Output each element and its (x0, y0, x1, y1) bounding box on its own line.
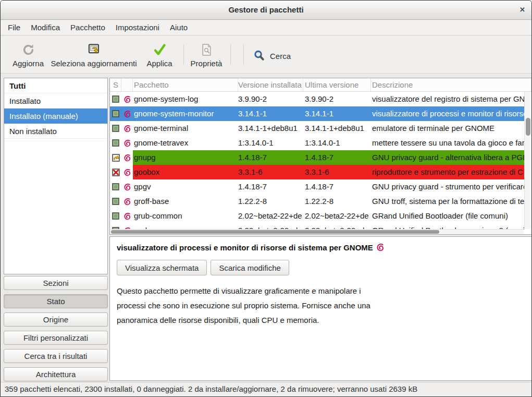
package-name: gnupg (133, 150, 238, 165)
details-description: Questo pacchetto permette di visualizzar… (117, 284, 531, 328)
installed-version: 3.14.1-1+deb8u1 (238, 121, 303, 136)
status-text: 359 pacchetti elencati, 2300 installati,… (1, 382, 531, 396)
package-name: gnome-tetravex (133, 136, 238, 150)
search-icon (253, 50, 265, 62)
status-installed-icon (110, 194, 121, 209)
column-header-latest-version[interactable]: Ultima versione (303, 78, 371, 91)
menu-pacchetto[interactable]: Pacchetto (65, 20, 110, 35)
table-row-gnome-system-monitor[interactable]: gnome-system-monitor3.14.1-13.14.1-1visu… (110, 106, 524, 121)
horizontal-scrollbar-thumb[interactable] (111, 230, 439, 234)
status-installed-icon (110, 92, 121, 106)
status-installed-icon (110, 136, 121, 150)
debian-swirl-icon (121, 194, 133, 209)
column-header-package[interactable]: Pacchetto (133, 78, 238, 91)
debian-swirl-icon (121, 150, 133, 165)
package-description: GNU troff, sistema per la formattazione … (371, 194, 524, 209)
table-vertical-scrollbar[interactable] (524, 92, 531, 229)
download-changelog-button[interactable]: Scarica modifiche (211, 260, 289, 275)
table-row-goobox[interactable]: goobox3.3.1-63.3.1-6riproduttore e strum… (110, 165, 524, 179)
package-description: GNU privacy guard - strumento per verifi… (371, 179, 524, 194)
mark-all-upgrades-button[interactable]: Seleziona aggiornamenti (51, 41, 137, 68)
menu-file[interactable]: File (3, 20, 26, 35)
table-row-gnome-tetravex[interactable]: gnome-tetravex1:3.14.0-11:3.14.0-1metter… (110, 136, 524, 150)
installed-version: 1.4.18-7 (238, 150, 303, 165)
details-pane: visualizzatore di processi e monitor di … (109, 236, 532, 381)
package-description: GNU privacy guard - alternativa libera a… (371, 150, 524, 165)
select-upgrades-icon (51, 41, 137, 58)
menu-modifica[interactable]: Modifica (26, 20, 65, 35)
debian-swirl-icon (121, 121, 133, 136)
apply-button[interactable]: Applica (139, 41, 180, 68)
main-content: TuttiInstallatoInstallato (manuale)Non i… (1, 74, 531, 383)
status-reinstall-icon (110, 150, 121, 165)
table-row-groff-base[interactable]: groff-base1.22.2-81.22.2-8GNU troff, sis… (110, 194, 524, 209)
table-row-gnupg[interactable]: gnupg1.4.18-71.4.18-7GNU privacy guard -… (110, 150, 524, 165)
filter-item-installato[interactable]: Installato (4, 93, 107, 109)
column-header-swirl[interactable] (121, 78, 133, 91)
latest-version: 1.4.18-7 (303, 150, 371, 165)
status-installed-icon (110, 106, 121, 121)
debian-swirl-icon (121, 106, 133, 121)
filter-list: TuttiInstallatoInstallato (manuale)Non i… (4, 78, 108, 274)
toolbar-separator (183, 44, 184, 65)
package-description: visualizzatore di processi e monitor di … (371, 106, 524, 121)
debian-swirl-icon (121, 209, 133, 223)
installed-version: 2.02~beta2-22+de (238, 209, 303, 223)
package-name: goobox (133, 165, 238, 179)
latest-version: 2.02~beta2-22+de (303, 209, 371, 223)
filter-item-installato-manuale[interactable]: Installato (manuale) (4, 109, 107, 124)
sidebar-button-filtri-personalizzati[interactable]: Filtri personalizzati (4, 331, 108, 345)
menu-impostazioni[interactable]: Impostazioni (110, 20, 165, 35)
installed-version: 3.14.1-1 (238, 106, 303, 121)
sidebar-button-origine[interactable]: Origine (4, 312, 108, 327)
sidebar-button-sezioni[interactable]: Sezioni (4, 276, 108, 290)
table-row-gpgv[interactable]: gpgv1.4.18-71.4.18-7GNU privacy guard - … (110, 179, 524, 194)
package-table: SPacchettoVersione installataUltima vers… (109, 78, 532, 235)
close-icon[interactable]: ✕ (519, 1, 525, 19)
toolbar-separator (243, 44, 244, 65)
latest-version: 1.22.2-8 (303, 194, 371, 209)
column-header-installed-version[interactable]: Versione installata (238, 78, 303, 91)
menu-aiuto[interactable]: Aiuto (165, 20, 193, 35)
debian-swirl-icon (121, 179, 133, 194)
vertical-scrollbar-thumb[interactable] (526, 118, 530, 136)
installed-version: 1.4.18-7 (238, 179, 303, 194)
filter-item-tutti[interactable]: Tutti (4, 78, 107, 93)
package-name: groff-base (133, 194, 238, 209)
status-installed-icon (110, 209, 121, 223)
package-name: gnome-system-log (133, 92, 238, 106)
table-row-gnome-system-log[interactable]: gnome-system-log3.9.90-23.9.90-2visualiz… (110, 92, 524, 106)
view-screenshot-button[interactable]: Visualizza schermata (117, 260, 207, 275)
column-header-status[interactable]: S (110, 78, 121, 91)
toolbar-label: Seleziona aggiornamenti (51, 59, 137, 68)
column-header-description[interactable]: Descrizione (371, 78, 531, 91)
search-button[interactable]: Cerca (249, 47, 295, 63)
package-name: gpgv (133, 179, 238, 194)
latest-version: 3.14.1-1+deb8u1 (303, 121, 371, 136)
refresh-icon (6, 41, 51, 58)
refresh-button[interactable]: Aggiorna (6, 41, 51, 68)
package-description: visualizzatore del registro di sistema p… (371, 92, 524, 106)
toolbar-separator (230, 44, 231, 65)
window-title: Gestore di pacchetti (1, 1, 531, 19)
description-line: Questo pacchetto permette di visualizzar… (117, 284, 531, 298)
properties-button[interactable]: Proprietà (185, 41, 227, 68)
sidebar-buttons: SezioniStatoOrigineFiltri personalizzati… (4, 276, 108, 386)
package-description: emulatore di terminale per GNOME (371, 121, 524, 136)
filter-item-non-installato[interactable]: Non installato (4, 124, 107, 139)
table-row-grub-common[interactable]: grub-common2.02~beta2-22+de2.02~beta2-22… (110, 209, 524, 223)
toolbar-label: Aggiorna (6, 59, 51, 68)
package-name: grub-common (133, 209, 238, 223)
menu-bar: FileModificaPacchettoImpostazioniAiuto (1, 20, 531, 35)
sidebar-button-architettura[interactable]: Architettura (4, 367, 108, 381)
debian-swirl-icon (121, 136, 133, 150)
sidebar-button-stato[interactable]: Stato (4, 294, 108, 308)
apply-check-icon (139, 41, 180, 58)
table-horizontal-scrollbar[interactable] (110, 229, 524, 234)
package-description: mettere tessere su una tavola da gioco e… (371, 136, 524, 150)
table-row-gnome-terminal[interactable]: gnome-terminal3.14.1-1+deb8u13.14.1-1+de… (110, 121, 524, 136)
sidebar-button-cerca-tra-i-risultati[interactable]: Cerca tra i risultati (4, 349, 108, 363)
package-name: gnome-terminal (133, 121, 238, 136)
titlebar: Gestore di pacchetti ✕ (1, 1, 531, 20)
properties-icon (185, 41, 227, 58)
